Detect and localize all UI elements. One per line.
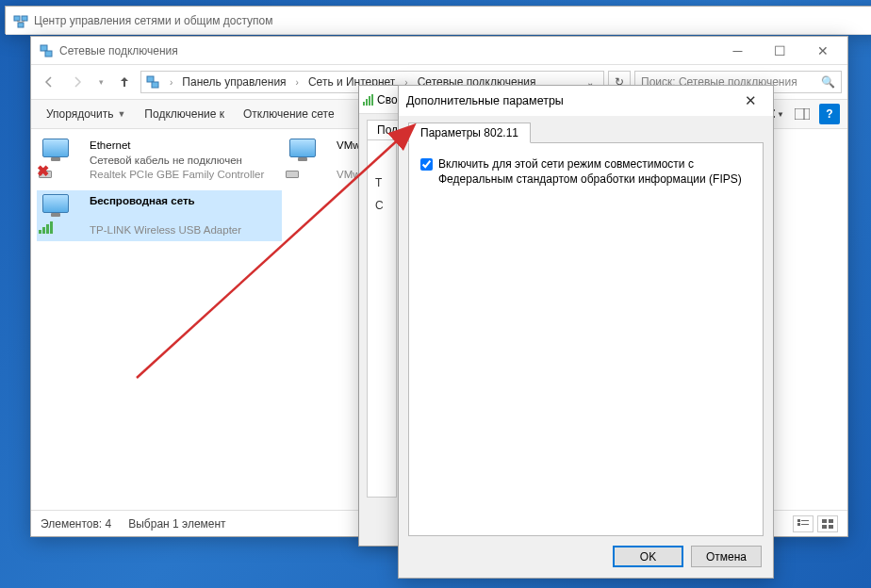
status-count: Элементов: 4: [41, 517, 111, 531]
control-panel-icon: [145, 74, 160, 90]
svg-rect-20: [829, 519, 833, 523]
prop-line: С: [375, 199, 388, 212]
chevron-right-icon: ›: [166, 77, 176, 88]
connection-status: [90, 208, 241, 223]
connection-item-ethernet[interactable]: ✖ Ethernet Сетевой кабель не подключен R…: [37, 135, 282, 187]
close-button[interactable]: ✕: [801, 38, 844, 64]
disconnect-button[interactable]: Отключение сете: [236, 104, 342, 124]
fips-checkbox-label[interactable]: Включить для этой сети режим совместимос…: [438, 156, 751, 187]
maximize-button[interactable]: ☐: [759, 38, 801, 64]
svg-rect-18: [801, 524, 809, 525]
wireless-icon: [42, 194, 82, 232]
status-selected: Выбран 1 элемент: [128, 517, 225, 531]
fips-checkbox[interactable]: [420, 158, 433, 171]
network-connections-icon: [39, 43, 54, 58]
ethernet-icon: ✖: [42, 139, 82, 176]
chevron-down-icon: ▼: [117, 109, 125, 119]
connection-name: Беспроводная сеть: [90, 194, 241, 209]
tab-80211[interactable]: Параметры 802.11: [408, 122, 531, 143]
window-title: Центр управления сетями и общим доступом: [34, 14, 871, 27]
titlebar: Центр управления сетями и общим доступом…: [6, 7, 871, 35]
titlebar: Дополнительные параметры ✕: [399, 86, 773, 116]
search-icon: 🔍: [821, 75, 835, 89]
connection-device: Realtek PCIe GBE Family Controller: [90, 168, 264, 183]
svg-rect-19: [822, 519, 827, 523]
prop-line: Т: [375, 176, 388, 189]
connection-name: VMw: [337, 139, 359, 154]
svg-rect-7: [147, 76, 154, 82]
svg-rect-15: [797, 519, 800, 522]
svg-rect-0: [14, 16, 20, 21]
up-button[interactable]: [112, 70, 137, 94]
recent-dropdown[interactable]: ▾: [93, 70, 108, 94]
window-title: Сетевые подключения: [59, 44, 716, 57]
svg-rect-13: [795, 108, 810, 120]
vmware-icon: [289, 139, 329, 176]
help-button[interactable]: ?: [819, 104, 840, 124]
svg-rect-22: [829, 525, 833, 529]
connection-name: Ethernet: [90, 139, 264, 154]
forward-button[interactable]: [65, 70, 90, 94]
svg-rect-16: [801, 520, 809, 521]
ok-button[interactable]: OK: [613, 546, 683, 567]
connect-button[interactable]: Подключение к: [137, 104, 232, 124]
svg-rect-8: [152, 82, 158, 88]
dialog-title: Дополнительные параметры: [406, 94, 731, 107]
network-center-icon: [13, 13, 28, 28]
connection-status: [337, 154, 359, 169]
connection-device: TP-LINK Wireless USB Adapter: [90, 223, 241, 238]
back-button[interactable]: [37, 70, 61, 94]
svg-rect-2: [18, 23, 24, 27]
organize-button[interactable]: Упорядочить ▼: [39, 104, 133, 124]
connection-status: Сетевой кабель не подключен: [90, 154, 264, 169]
cancel-button[interactable]: Отмена: [691, 546, 762, 567]
close-button[interactable]: ✕: [731, 92, 769, 109]
icons-view-button[interactable]: [817, 515, 838, 532]
advanced-params-dialog: Дополнительные параметры ✕ Параметры 802…: [398, 85, 774, 579]
svg-rect-21: [822, 525, 827, 529]
preview-pane-button[interactable]: [789, 103, 815, 125]
svg-rect-17: [797, 523, 800, 526]
titlebar: Сетевые подключения ─ ☐ ✕: [31, 37, 847, 65]
svg-rect-5: [41, 45, 47, 51]
tab-body: Включить для этой сети режим совместимос…: [408, 142, 764, 536]
connection-item-wireless[interactable]: Беспроводная сеть TP-LINK Wireless USB A…: [37, 190, 282, 242]
properties-body: Т С: [367, 139, 397, 498]
connection-item-vmware[interactable]: VMw VMw: [284, 135, 359, 187]
connection-device: VMw: [337, 168, 359, 183]
breadcrumb-control-panel[interactable]: Панель управления: [178, 74, 289, 90]
network-center-window: Центр управления сетями и общим доступом…: [5, 6, 871, 34]
svg-rect-1: [22, 16, 27, 21]
details-view-button[interactable]: [793, 515, 813, 532]
chevron-right-icon: ›: [292, 77, 303, 88]
wireless-signal-icon: [363, 94, 373, 106]
svg-rect-6: [45, 51, 52, 57]
minimize-button[interactable]: ─: [716, 38, 759, 64]
